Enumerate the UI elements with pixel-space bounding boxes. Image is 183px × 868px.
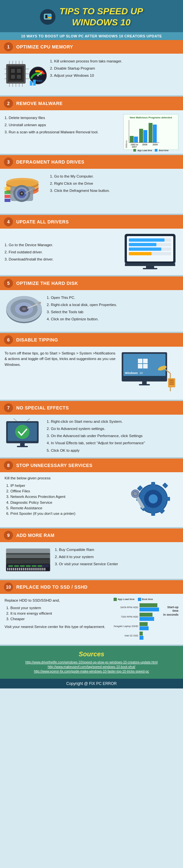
section-9-header: 9 ADD MORE RAM: [0, 528, 183, 542]
section-5-header: 5 OPTIMIZE THE HARD DISK: [0, 276, 183, 290]
source-link-3[interactable]: http://www.pceror-fix.com/guide-make-win…: [5, 670, 178, 673]
windows10-image: Windows 10: [120, 350, 178, 396]
section-4-header: 4 UPDATE ALL DRIVERS: [0, 215, 183, 229]
service-item: Remote Assistance: [10, 505, 125, 511]
section-4-tips: Go to the Device Manager. Find outdated …: [5, 241, 118, 263]
section-6: 6 DISABLE TIPPING To turn off these tips…: [0, 333, 183, 400]
svg-rect-135: [38, 568, 40, 570]
section-8: 8 STOP UNNECESSARY SERVICES Kill the bel…: [0, 459, 183, 527]
section-4-number: 4: [4, 217, 13, 226]
svg-rect-116: [26, 565, 31, 567]
svg-rect-93: [20, 443, 25, 446]
section-6-text: To turn off these tips, go to Start > Se…: [5, 350, 117, 368]
svg-rect-32: [33, 80, 36, 86]
svg-rect-87: [169, 379, 174, 381]
section-7-tips: Right-click on Start menu and click Syst…: [47, 418, 178, 454]
svg-point-29: [37, 74, 39, 76]
svg-rect-79: [142, 381, 147, 384]
svg-rect-117: [32, 565, 36, 567]
tip-item: Adjust your Windows 10: [50, 72, 178, 79]
svg-rect-62: [143, 268, 157, 269]
section-6-content: To turn off these tips, go to Start > Se…: [0, 347, 183, 400]
svg-rect-49: [5, 187, 10, 190]
section-1-number: 1: [4, 42, 13, 51]
section-6-title: DISABLE TIPPING: [16, 337, 58, 342]
tip-item: Add it to your system: [55, 553, 178, 560]
ssd-tip: Boost your system: [10, 605, 110, 611]
section-3-tips: Go to the My Computer. Right Click on th…: [50, 173, 178, 194]
svg-rect-100: [151, 482, 155, 487]
section-10-header: 10 REPLACE HDD TO SSD / SSHD: [0, 580, 183, 594]
tip-item: Uninstall unknwn apps: [5, 121, 120, 128]
header-title: TIPS TO SPEED UP WINDOWS 10: [60, 6, 143, 28]
section-4-content: Go to the Device Manager. Find outdated …: [0, 229, 183, 275]
section-5-title: OPTIMIZE THE HARD DISK: [16, 281, 78, 286]
service-item: Print Spooler (If you don't use a printe…: [10, 511, 125, 517]
svg-rect-121: [11, 568, 12, 570]
section-9-number: 9: [4, 531, 13, 540]
section-1-content: SPEED Kill unknown process from taks man…: [0, 54, 183, 95]
tip-item: Kill unknown process from taks manager.: [50, 58, 178, 65]
svg-rect-88: [169, 381, 174, 383]
svg-rect-94: [17, 446, 28, 447]
hdd-image: [5, 173, 47, 210]
section-4: 4 UPDATE ALL DRIVERS Go to the Device Ma…: [0, 215, 183, 275]
svg-rect-136: [40, 568, 41, 570]
tip-item: Find outdated driver.: [5, 248, 118, 256]
section-5: 5 OPTIMIZE THE HARD DISK Open This PC.: [0, 276, 183, 332]
source-link-2[interactable]: http://www.makeuseof.com/tag/speed-windo…: [5, 665, 178, 669]
tip-item: Delete temporary files: [5, 114, 120, 121]
section-2-number: 2: [4, 99, 13, 108]
svg-rect-75: [143, 359, 148, 363]
subtitle-bar: 10 WAYS TO BOOST UP SLOW PC AFTER WINDOW…: [0, 32, 183, 40]
svg-rect-134: [36, 568, 38, 570]
tip-item: Go to Advanced system settings.: [47, 425, 178, 432]
tv-check-image: [5, 418, 43, 452]
svg-line-95: [14, 418, 17, 421]
tip-item: Or visit your nearest Service Center: [55, 560, 178, 567]
tip-item: Go to the My Computer.: [50, 173, 178, 180]
footer-text: Copyright @ FIX PC ERROR: [66, 681, 117, 686]
sources-title: Sources: [5, 650, 178, 658]
tip-item: Buy Compatible Ram: [55, 546, 178, 553]
svg-point-92: [15, 425, 30, 439]
svg-rect-123: [15, 568, 16, 570]
header-icon: [40, 9, 56, 25]
section-5-number: 5: [4, 279, 13, 288]
section-8-title: STOP UNNECESSARY SERVICES: [16, 463, 93, 468]
svg-rect-53: [129, 238, 164, 242]
footer: Copyright @ FIX PC ERROR: [0, 679, 183, 688]
section-8-header: 8 STOP UNNECESSARY SERVICES: [0, 459, 183, 472]
svg-rect-125: [19, 568, 20, 570]
section-7: 7 NO SPECIAL EFFECTS Right-click on: [0, 401, 183, 457]
section-9-content: VENGEANCE Buy Compatible Ram Add it to y…: [0, 542, 183, 579]
svg-point-43: [21, 192, 23, 194]
source-link-1[interactable]: http://www.drivethelife.com/windows-10/s…: [5, 660, 178, 664]
section-10: 10 REPLACE HDD TO SSD / SSHD Replace HDD…: [0, 580, 183, 645]
svg-rect-1: [45, 15, 47, 18]
tip-item: Open This PC.: [47, 294, 178, 301]
section-1-title: OPTIMIZE CPU MEMORY: [16, 44, 73, 50]
cpu-image: SPEED: [5, 58, 47, 91]
svg-rect-59: [129, 252, 151, 255]
section-6-number: 6: [4, 335, 13, 344]
section-3-number: 3: [4, 157, 13, 166]
tip-item: Click the Defragment Now button.: [50, 187, 178, 194]
svg-rect-25: [11, 75, 15, 79]
section-8-number: 8: [4, 461, 13, 470]
svg-rect-115: [20, 565, 25, 567]
svg-rect-129: [27, 568, 28, 570]
svg-rect-77: [143, 364, 148, 369]
section-10-text: Replace HDD to SSD/SSHD and, Boost your …: [5, 598, 110, 630]
tip-item: Disable Startup Program: [50, 65, 178, 72]
section-2-title: REMOVE MALWARE: [16, 101, 63, 106]
sources-section: Sources http://www.drivethelife.com/wind…: [0, 646, 183, 679]
section-3-content: Go to the My Computer. Right Click on th…: [0, 169, 183, 214]
optimize-hdd-image: [5, 294, 43, 328]
svg-rect-118: [38, 565, 42, 567]
header: TIPS TO SPEED UP WINDOWS 10: [0, 0, 183, 32]
svg-rect-133: [34, 568, 36, 570]
svg-rect-138: [44, 568, 45, 570]
svg-rect-114: [14, 565, 19, 567]
section-3-header: 3 DEFRAGMENT HARD DRIVES: [0, 155, 183, 169]
